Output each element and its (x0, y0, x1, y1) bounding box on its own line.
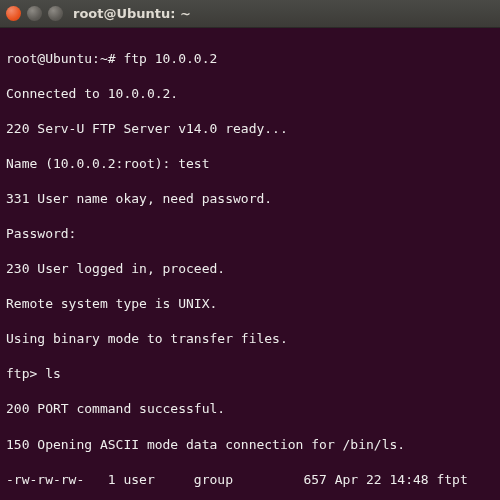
terminal-window: root@Ubuntu: ~ root@Ubuntu:~# ftp 10.0.0… (0, 0, 500, 500)
window-titlebar[interactable]: root@Ubuntu: ~ (0, 0, 500, 28)
terminal-line: -rw-rw-rw- 1 user group 657 Apr 22 14:48… (6, 471, 494, 489)
terminal-line: Connected to 10.0.0.2. (6, 85, 494, 103)
minimize-icon[interactable] (27, 6, 42, 21)
window-title: root@Ubuntu: ~ (73, 6, 191, 21)
terminal-line: 230 User logged in, proceed. (6, 260, 494, 278)
terminal-line: 220 Serv-U FTP Server v14.0 ready... (6, 120, 494, 138)
terminal-line: Name (10.0.0.2:root): test (6, 155, 494, 173)
terminal-line: ftp> ls (6, 365, 494, 383)
close-icon[interactable] (6, 6, 21, 21)
maximize-icon[interactable] (48, 6, 63, 21)
terminal-line: Using binary mode to transfer files. (6, 330, 494, 348)
terminal-line: root@Ubuntu:~# ftp 10.0.0.2 (6, 50, 494, 68)
terminal-line: 331 User name okay, need password. (6, 190, 494, 208)
terminal-line: 200 PORT command successful. (6, 400, 494, 418)
terminal-output[interactable]: root@Ubuntu:~# ftp 10.0.0.2 Connected to… (0, 28, 500, 500)
terminal-line: Remote system type is UNIX. (6, 295, 494, 313)
terminal-line: Password: (6, 225, 494, 243)
terminal-line: 150 Opening ASCII mode data connection f… (6, 436, 494, 454)
